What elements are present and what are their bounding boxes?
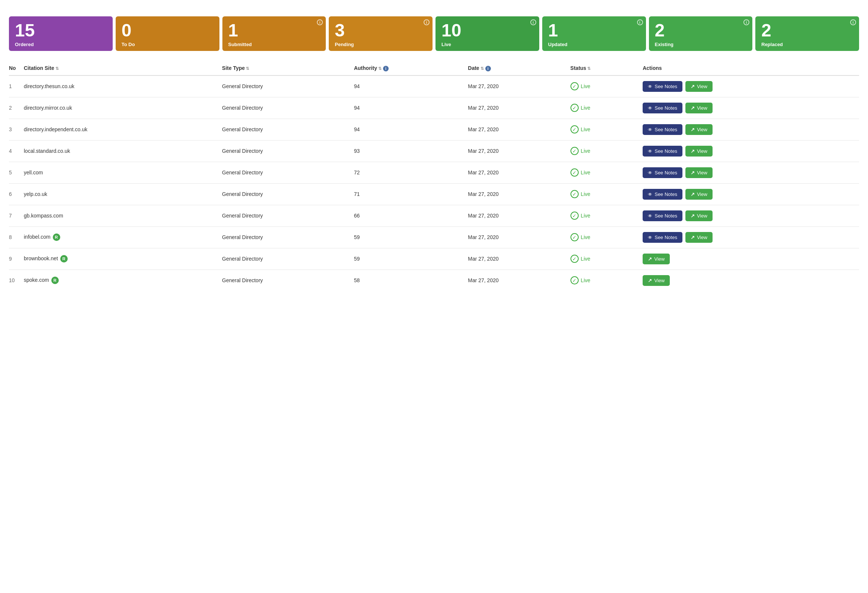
see-notes-button[interactable]: See Notes xyxy=(643,232,682,243)
authority-value: 93 xyxy=(354,140,468,162)
info-icon-replaced[interactable]: i xyxy=(850,19,856,25)
col-header-status[interactable]: Status⇅ xyxy=(570,61,643,75)
col-header-no: No xyxy=(9,61,24,75)
status-cell: ✓Live xyxy=(570,226,643,248)
info-icon-pending[interactable]: i xyxy=(424,19,430,25)
view-button[interactable]: View xyxy=(685,189,713,200)
sort-icon-date[interactable]: ⇅ xyxy=(480,66,484,71)
col-header-site-type[interactable]: Site Type⇅ xyxy=(222,61,354,75)
authority-value: 59 xyxy=(354,226,468,248)
see-notes-button[interactable]: See Notes xyxy=(643,211,682,221)
stat-label-todo: To Do xyxy=(122,42,214,47)
row-number: 3 xyxy=(9,119,24,140)
stat-label-existing: Existing xyxy=(655,42,747,47)
stat-label-live: Live xyxy=(441,42,533,47)
external-link-icon xyxy=(691,192,695,197)
see-notes-button[interactable]: See Notes xyxy=(643,103,682,114)
col-header-date[interactable]: Date⇅i xyxy=(468,61,570,75)
view-button[interactable]: View xyxy=(685,211,713,221)
eye-icon xyxy=(648,84,652,89)
actions-cell: See NotesView xyxy=(643,226,859,248)
date-value: Mar 27, 2020 xyxy=(468,183,570,205)
row-number: 4 xyxy=(9,140,24,162)
see-notes-button[interactable]: See Notes xyxy=(643,124,682,135)
see-notes-button[interactable]: See Notes xyxy=(643,81,682,92)
site-type: General Directory xyxy=(222,270,354,291)
sort-icon-citation-site[interactable]: ⇅ xyxy=(55,66,59,71)
check-icon: ✓ xyxy=(570,104,579,112)
info-icon-live[interactable]: i xyxy=(530,19,536,25)
table-row: 4local.standard.co.ukGeneral Directory93… xyxy=(9,140,859,162)
site-type: General Directory xyxy=(222,205,354,226)
view-button[interactable]: View xyxy=(685,103,713,114)
stat-number-replaced: 2 xyxy=(761,22,853,40)
external-link-icon xyxy=(691,84,695,89)
see-notes-button[interactable]: See Notes xyxy=(643,167,682,178)
info-circle-authority[interactable]: i xyxy=(383,66,389,71)
stat-number-updated: 1 xyxy=(548,22,640,40)
col-header-authority[interactable]: Authority⇅i xyxy=(354,61,468,75)
check-icon: ✓ xyxy=(570,168,579,177)
view-button[interactable]: View xyxy=(685,124,713,135)
info-icon-existing[interactable]: i xyxy=(743,19,749,25)
row-number: 8 xyxy=(9,226,24,248)
check-icon: ✓ xyxy=(570,233,579,241)
info-icon-submitted[interactable]: i xyxy=(317,19,323,25)
status-cell: ✓Live xyxy=(570,205,643,226)
stat-label-submitted: Submitted xyxy=(228,42,320,47)
stat-number-submitted: 1 xyxy=(228,22,320,40)
sort-icon-authority[interactable]: ⇅ xyxy=(378,66,382,71)
citations-table: NoCitation Site⇅Site Type⇅Authority⇅iDat… xyxy=(9,61,859,291)
citation-site: spoke.comR xyxy=(24,270,222,291)
status-text: Live xyxy=(581,127,590,132)
row-number: 10 xyxy=(9,270,24,291)
info-icon-updated[interactable]: i xyxy=(637,19,643,25)
see-notes-button[interactable]: See Notes xyxy=(643,146,682,156)
stat-card-submitted: 1Submittedi xyxy=(222,16,326,51)
status-text: Live xyxy=(581,105,590,111)
citation-site: directory.independent.co.uk xyxy=(24,119,222,140)
view-button[interactable]: View xyxy=(685,167,713,178)
external-link-icon xyxy=(648,256,652,262)
date-value: Mar 27, 2020 xyxy=(468,119,570,140)
eye-icon xyxy=(648,213,652,218)
external-link-icon xyxy=(691,148,695,154)
stat-label-updated: Updated xyxy=(548,42,640,47)
see-notes-button[interactable]: See Notes xyxy=(643,189,682,200)
status-live: ✓Live xyxy=(570,82,639,90)
status-live: ✓Live xyxy=(570,255,639,263)
view-button[interactable]: View xyxy=(685,232,713,243)
external-link-icon xyxy=(691,170,695,176)
site-type: General Directory xyxy=(222,119,354,140)
citation-site: infobel.comR xyxy=(24,226,222,248)
actions-cell: See NotesView xyxy=(643,140,859,162)
view-button[interactable]: View xyxy=(685,81,713,92)
actions-cell: See NotesView xyxy=(643,183,859,205)
external-link-icon xyxy=(691,105,695,111)
view-button[interactable]: View xyxy=(643,254,670,264)
date-value: Mar 27, 2020 xyxy=(468,97,570,119)
status-cell: ✓Live xyxy=(570,140,643,162)
table-row: 5yell.comGeneral Directory72Mar 27, 2020… xyxy=(9,162,859,183)
table-header: NoCitation Site⇅Site Type⇅Authority⇅iDat… xyxy=(9,61,859,75)
check-icon: ✓ xyxy=(570,147,579,155)
col-header-citation-site[interactable]: Citation Site⇅ xyxy=(24,61,222,75)
info-circle-date[interactable]: i xyxy=(485,66,491,71)
replaced-badge: R xyxy=(53,233,60,241)
sort-icon-status[interactable]: ⇅ xyxy=(587,66,590,71)
check-icon: ✓ xyxy=(570,190,579,198)
site-type: General Directory xyxy=(222,97,354,119)
sort-icon-site-type[interactable]: ⇅ xyxy=(246,66,249,71)
citation-site: yell.com xyxy=(24,162,222,183)
status-cell: ✓Live xyxy=(570,183,643,205)
eye-icon xyxy=(648,127,652,132)
view-button[interactable]: View xyxy=(685,146,713,156)
site-type: General Directory xyxy=(222,183,354,205)
date-value: Mar 27, 2020 xyxy=(468,226,570,248)
actions-cell: See NotesView xyxy=(643,75,859,97)
external-link-icon xyxy=(691,235,695,240)
actions-cell: View xyxy=(643,248,859,270)
status-text: Live xyxy=(581,212,590,218)
view-button[interactable]: View xyxy=(643,275,670,286)
status-text: Live xyxy=(581,148,590,154)
